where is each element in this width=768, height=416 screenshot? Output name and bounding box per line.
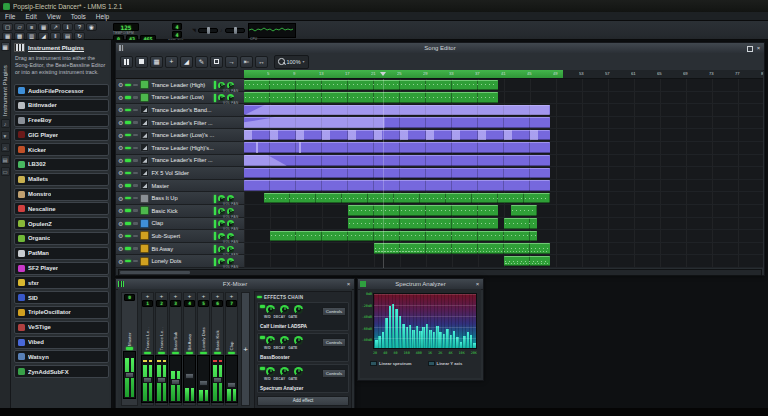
mute-led[interactable]: [125, 121, 131, 124]
pan-knob[interactable]: [227, 246, 234, 253]
decay-knob[interactable]: [280, 305, 289, 314]
fx-channel-5[interactable]: +5Lonely Dots: [197, 292, 210, 406]
gate-knob[interactable]: [294, 367, 303, 376]
project-info-button[interactable]: ℹ: [62, 23, 73, 31]
gear-icon[interactable]: ⚙: [118, 220, 123, 227]
pattern-lane[interactable]: [244, 129, 763, 142]
mute-led[interactable]: [125, 247, 131, 250]
pattern-segment[interactable]: [511, 205, 537, 216]
gear-icon[interactable]: ⚙: [118, 182, 123, 189]
plugin-item-lb302[interactable]: LB302: [14, 158, 109, 171]
fx-channel-label[interactable]: Trance Le...: [145, 308, 150, 351]
solo-led[interactable]: [133, 96, 138, 99]
timesig-denominator-display[interactable]: 4: [172, 31, 182, 38]
mute-led[interactable]: [125, 84, 131, 87]
root-tab[interactable]: ▤: [1, 155, 10, 164]
draw-mode-button[interactable]: ✎: [195, 56, 208, 68]
fx-channel-0[interactable]: 0Master: [121, 292, 138, 406]
plugin-item-monstro[interactable]: Monstro: [14, 188, 109, 201]
wet-dry-knob[interactable]: [266, 336, 275, 345]
decay-knob[interactable]: [280, 367, 289, 376]
fx-channel-fader[interactable]: [197, 355, 210, 403]
solo-led[interactable]: [133, 109, 138, 112]
toggle-project-notes-button[interactable]: ▤: [62, 32, 73, 40]
pattern-segment[interactable]: [244, 180, 550, 191]
save-project-button[interactable]: ▦: [38, 23, 49, 31]
mute-led[interactable]: [125, 109, 131, 112]
fx-channel-fader[interactable]: [169, 355, 182, 403]
solo-led[interactable]: [133, 147, 138, 150]
fx-channel-4[interactable]: +4Bit Away: [183, 292, 196, 406]
pattern-lane[interactable]: [244, 79, 763, 92]
fx-channel-fader[interactable]: [141, 355, 154, 403]
volume-knob[interactable]: [218, 258, 225, 265]
presets-tab[interactable]: ▾: [1, 131, 10, 140]
volume-knob[interactable]: [218, 220, 225, 227]
wet-dry-knob[interactable]: [266, 367, 275, 376]
pattern-segment[interactable]: [244, 92, 498, 103]
pan-knob[interactable]: [227, 208, 234, 215]
plugin-item-mallets[interactable]: Mallets: [14, 173, 109, 186]
new-fx-channel-button[interactable]: +: [241, 292, 250, 406]
gear-icon[interactable]: ⚙: [118, 195, 123, 202]
plugin-item-zynaddsubfx[interactable]: ZynAddSubFX: [14, 365, 109, 378]
fx-channel-fader[interactable]: [211, 355, 224, 403]
menu-edit[interactable]: Edit: [20, 13, 41, 20]
plugin-item-opulenz[interactable]: OpulenZ: [14, 217, 109, 230]
track-header[interactable]: ⚙Basic KickVOL PAN: [116, 205, 244, 218]
master-pitch-groove[interactable]: [225, 28, 245, 33]
solo-led[interactable]: [133, 184, 138, 187]
solo-led[interactable]: [133, 209, 138, 212]
track-header[interactable]: ⚙Trance Leader's Filter ...: [116, 155, 244, 168]
mute-led[interactable]: [125, 147, 131, 150]
fader-handle[interactable]: [143, 377, 152, 383]
fx-channel-led[interactable]: [172, 352, 179, 355]
pattern-lane[interactable]: [244, 117, 763, 130]
gear-icon[interactable]: ⚙: [118, 157, 123, 164]
track-header[interactable]: ⚙Trance Leader (Low)'s ...: [116, 129, 244, 142]
volume-knob[interactable]: [218, 246, 225, 253]
plugin-item-kicker[interactable]: Kicker: [14, 143, 109, 156]
controls-button[interactable]: Controls: [322, 369, 346, 378]
toggle-bb-editor-button[interactable]: ▩: [14, 32, 25, 40]
send-knob[interactable]: +: [202, 294, 206, 299]
fader-handle[interactable]: [227, 382, 236, 388]
mute-led[interactable]: [125, 184, 131, 187]
pattern-segment[interactable]: [348, 205, 498, 216]
track-header[interactable]: ⚙Bass It UpVOL PAN: [116, 192, 244, 205]
fx-channel-fader[interactable]: [225, 355, 238, 403]
solo-led[interactable]: [133, 235, 138, 238]
send-knob[interactable]: +: [188, 294, 192, 299]
fx-channel-fader[interactable]: [123, 351, 136, 399]
mute-led[interactable]: [125, 134, 131, 137]
fx-channel-led[interactable]: [126, 347, 133, 350]
new-project-button[interactable]: ▢: [2, 23, 13, 31]
pattern-segment[interactable]: [504, 218, 537, 229]
fx-channel-2[interactable]: +2Trance Le...: [155, 292, 168, 406]
gear-icon[interactable]: ⚙: [118, 94, 123, 101]
mute-led[interactable]: [125, 222, 131, 225]
close-icon[interactable]: ×: [345, 281, 352, 288]
edit-mode-button[interactable]: [210, 56, 223, 68]
checkbox-led[interactable]: [370, 361, 377, 366]
volume-knob[interactable]: [218, 195, 225, 202]
open-project-button[interactable]: ▱: [14, 23, 25, 31]
pattern-segment[interactable]: [270, 231, 537, 242]
pattern-lane[interactable]: [244, 180, 763, 193]
checkbox-linear-spectrum[interactable]: Linear spectrum: [370, 361, 412, 366]
plugin-item-sfxr[interactable]: sfxr: [14, 276, 109, 289]
close-icon[interactable]: ×: [474, 281, 481, 288]
pattern-lane[interactable]: [244, 243, 763, 256]
pattern-segment[interactable]: [244, 105, 550, 116]
fader-handle[interactable]: [157, 377, 166, 383]
timesig-numerator-display[interactable]: 4: [172, 23, 182, 30]
track-name[interactable]: Clap: [151, 220, 212, 226]
solo-led[interactable]: [133, 159, 138, 162]
rewind-button[interactable]: ⇤: [240, 56, 253, 68]
pan-knob[interactable]: [227, 220, 234, 227]
track-header[interactable]: ⚙Trance Leader (High)VOL PAN: [116, 79, 244, 92]
fader-handle[interactable]: [125, 372, 134, 378]
plugin-item-patman[interactable]: PatMan: [14, 247, 109, 260]
track-header[interactable]: ⚙FX 5 Vol Slider: [116, 167, 244, 180]
menu-file[interactable]: File: [0, 13, 20, 20]
